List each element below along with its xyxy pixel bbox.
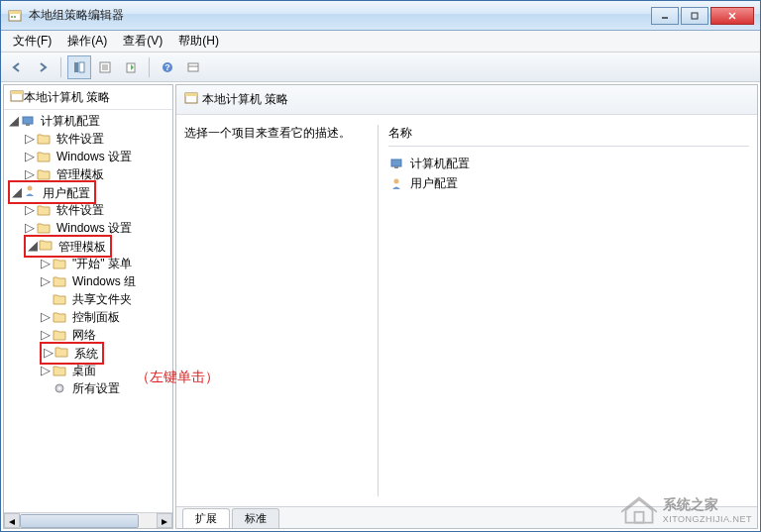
software-settings-2-icon [36,202,52,218]
column-header-name[interactable]: 名称 [388,125,749,147]
tree-item-label[interactable]: 软件设置 [54,201,106,220]
tree-body: ◢计算机配置▷软件设置▷Windows 设置▷管理模板◢用户配置▷软件设置▷Wi… [4,110,172,512]
tree-item-label[interactable]: Windows 设置 [54,148,134,166]
tree-item-label[interactable]: 桌面 [70,362,98,380]
toolbar-separator [149,57,150,77]
svg-rect-27 [185,93,197,96]
tree-item-label[interactable]: 所有设置 [70,379,122,398]
user-config-icon [22,182,38,198]
tree-expander[interactable]: ▷ [24,221,36,234]
forward-button[interactable] [31,55,54,79]
list-item-user-config[interactable]: 用户配置 [388,174,749,192]
tree-item-control-panel[interactable]: ▷控制面板 [4,308,172,326]
svg-rect-21 [23,117,33,124]
tree-expander[interactable]: ▷ [40,257,52,269]
scroll-right-arrow[interactable]: ▸ [157,513,172,528]
policy-icon [10,89,24,106]
tree-item-windows-components[interactable]: ▷Windows 组 [4,272,172,290]
maximize-button[interactable] [681,7,708,25]
tree-item-computer-config[interactable]: ◢计算机配置 [4,112,172,130]
list-item-label: 计算机配置 [410,156,470,172]
tree-expander[interactable]: ▷ [44,345,54,360]
tree-panel: 本地计算机 策略 ◢计算机配置▷软件设置▷Windows 设置▷管理模板◢用户配… [3,84,173,529]
tree-item-admin-templates-2[interactable]: ◢管理模板 [4,237,172,255]
show-tree-button[interactable] [67,55,91,79]
watermark: 系统之家 XITONGZHIJIA.NET [621,495,752,525]
tree-expander[interactable]: ▷ [40,364,52,376]
svg-rect-28 [391,160,401,166]
menu-view[interactable]: 查看(V) [115,31,170,52]
tree-expander[interactable]: ▷ [24,150,36,162]
toolbar-properties-icon[interactable] [93,55,117,79]
help-button[interactable]: ? [156,55,179,79]
tree-header: 本地计算机 策略 [4,85,172,110]
tree-item-software-settings[interactable]: ▷软件设置 [4,130,172,148]
tree-expander[interactable]: ▷ [40,310,52,323]
list-item-computer-config[interactable]: 计算机配置 [388,155,749,172]
svg-rect-1 [9,11,21,14]
tree-item-label[interactable]: 控制面板 [70,308,122,327]
tree-item-system[interactable]: ▷系统 [4,344,172,362]
policy-icon [184,91,198,108]
svg-rect-9 [79,62,84,72]
svg-point-3 [14,16,16,18]
computer-icon [388,156,404,171]
tree-expander[interactable]: ▷ [24,203,36,216]
toolbar-filter-icon[interactable] [181,55,205,79]
tree-item-label[interactable]: 软件设置 [54,130,106,149]
scroll-left-arrow[interactable]: ◂ [4,513,20,528]
tab-extended[interactable]: 扩展 [182,508,230,528]
tree-item-label[interactable]: Windows 组 [70,272,138,291]
detail-prompt: 选择一个项目来查看它的描述。 [184,125,368,142]
close-button[interactable] [710,7,754,25]
tree-item-start-menu[interactable]: ▷"开始" 菜单 [4,255,172,272]
tree-expander[interactable]: ▷ [40,328,52,341]
menu-help[interactable]: 帮助(H) [170,31,227,52]
annotation-text: （左键单击） [136,369,219,386]
tree-item-shared-folders[interactable]: 共享文件夹 [4,290,172,308]
menu-file[interactable]: 文件(F) [5,31,59,52]
svg-rect-17 [188,63,198,71]
detail-header: 本地计算机 策略 [176,85,757,115]
tree-item-label[interactable]: 计算机配置 [39,112,102,131]
tree-item-windows-settings[interactable]: ▷Windows 设置 [4,148,172,165]
tree-expander[interactable]: ▷ [24,167,36,180]
horizontal-scrollbar[interactable]: ◂ ▸ [4,512,172,528]
toolbar-export-icon[interactable] [119,55,143,79]
desktop-icon [52,363,67,378]
computer-config-icon [20,113,36,129]
windows-components-icon [52,273,67,289]
tree-item-label[interactable]: 共享文件夹 [70,290,134,309]
tree-expander[interactable]: ▷ [24,132,36,145]
tree-item-label[interactable]: 用户配置 [41,185,92,201]
tree-item-label[interactable]: 管理模板 [56,239,108,255]
tree-item-user-config[interactable]: ◢用户配置 [4,183,172,201]
all-settings-icon [52,380,67,396]
titlebar: 本地组策略编辑器 [1,1,760,31]
watermark-title: 系统之家 [663,496,752,514]
tree-item-label[interactable]: "开始" 菜单 [70,255,134,273]
tree-root-label[interactable]: 本地计算机 策略 [24,89,110,106]
minimize-button[interactable] [651,7,679,25]
tree-expander[interactable]: ◢ [28,238,38,253]
tree-expander[interactable]: ◢ [12,184,22,199]
tree-item-software-settings-2[interactable]: ▷软件设置 [4,201,172,219]
toolbar-separator [60,57,61,77]
back-button[interactable] [5,55,29,79]
tree-item-label[interactable]: 系统 [72,346,100,362]
control-panel-icon [52,309,67,325]
svg-text:?: ? [164,62,170,72]
svg-rect-5 [692,13,698,19]
svg-rect-8 [74,62,78,72]
svg-point-30 [394,179,399,184]
watermark-url: XITONGZHIJIA.NET [663,514,752,524]
tab-standard[interactable]: 标准 [232,508,279,528]
software-settings-icon [36,131,52,147]
windows-settings-icon [36,149,52,164]
menu-action[interactable]: 操作(A) [59,31,115,52]
list-item-label: 用户配置 [410,175,458,192]
tree-expander[interactable]: ▷ [40,274,52,287]
scroll-thumb[interactable] [20,514,139,528]
tree-expander[interactable]: ◢ [8,114,20,127]
svg-rect-29 [394,166,398,168]
